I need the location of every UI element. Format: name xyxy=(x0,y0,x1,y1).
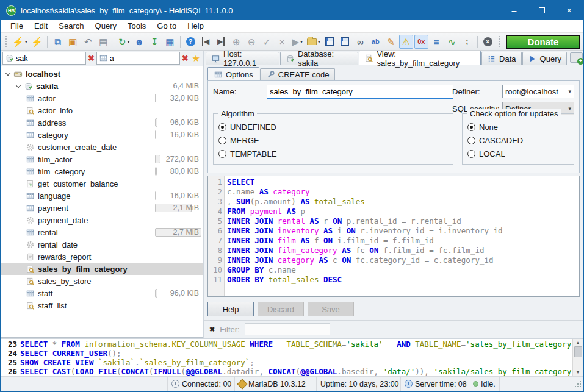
dropdown-arrow-icon[interactable]: ▾ xyxy=(318,39,320,45)
radio-circle-icon[interactable] xyxy=(467,150,475,158)
tree-item-customer_create_date[interactable]: customer_create_date xyxy=(1,141,203,153)
tree-item-localhost[interactable]: localhost xyxy=(1,68,203,80)
tree-item-actor_info[interactable]: actor_info xyxy=(1,104,203,116)
minimize-button[interactable]: – xyxy=(500,1,528,20)
tree-item-language[interactable]: language16,0 KiB xyxy=(1,190,203,202)
expand-chevron-icon[interactable] xyxy=(15,83,21,89)
database-filter[interactable] xyxy=(2,52,86,65)
paste-button[interactable]: ▣ xyxy=(66,35,80,49)
delete-record-button[interactable]: ⊖ xyxy=(245,35,259,49)
view-name-input[interactable] xyxy=(267,85,453,99)
insert-record-button[interactable]: ⊕ xyxy=(229,35,243,49)
copy-button[interactable]: ⧉ xyxy=(51,35,65,49)
tab-database-sakila[interactable]: Database: sakila xyxy=(280,52,358,65)
subtab-options[interactable]: Options xyxy=(207,67,259,81)
tree-item-rewards_report[interactable]: rewards_report xyxy=(1,251,203,263)
radio-circle-icon[interactable] xyxy=(218,150,226,158)
format-code-button[interactable]: ✎ xyxy=(384,35,398,49)
replace-text-button[interactable]: ab xyxy=(369,35,383,49)
tree-item-film_actor[interactable]: film_actor272,0 KiB xyxy=(1,153,203,165)
tab-data[interactable]: Data xyxy=(481,52,521,65)
table-filter-input[interactable] xyxy=(110,54,178,63)
tree-item-payment_date[interactable]: payment_date xyxy=(1,214,203,226)
menu-go-to[interactable]: Go to xyxy=(151,21,182,30)
save-sql-button[interactable] xyxy=(323,35,337,49)
stop-button[interactable]: × xyxy=(481,35,495,49)
subtab-create-code[interactable]: CREATE code xyxy=(260,68,336,80)
tab-query[interactable]: Query xyxy=(522,52,567,65)
user-manager-button[interactable]: ☻ xyxy=(132,35,146,49)
data-sync-button[interactable]: ▦ xyxy=(163,35,177,49)
execute-sql-button[interactable]: ▶▾ xyxy=(290,35,305,49)
radio-temptable[interactable]: TEMPTABLE xyxy=(218,147,448,160)
help-button[interactable]: Help xyxy=(207,302,254,316)
tree-item-payment[interactable]: payment2,1 MiB xyxy=(1,202,203,214)
radio-circle-icon[interactable] xyxy=(467,123,475,131)
tree-item-staff[interactable]: staff96,0 KiB xyxy=(1,287,203,299)
export-database-button[interactable]: ↧ xyxy=(148,35,162,49)
discard-button[interactable]: Discard xyxy=(258,302,304,316)
last-record-button[interactable]: ▶ xyxy=(214,35,228,49)
clear-database-filter-icon[interactable]: ✖ xyxy=(87,54,96,63)
maximize-button[interactable] xyxy=(528,1,555,20)
highlight-syntax-button[interactable]: ⚠ xyxy=(399,35,413,49)
print-button[interactable]: ▤ xyxy=(96,35,110,49)
semicolon-button[interactable]: ; xyxy=(460,35,474,49)
radio-undefined[interactable]: UNDEFINED xyxy=(218,120,448,134)
tab-view-sales-by-film-category[interactable]: View: sales_by_film_category xyxy=(359,51,481,65)
menu-tools[interactable]: Tools xyxy=(122,21,151,30)
scroll-down-icon[interactable]: ▼ xyxy=(575,369,580,375)
find-text-button[interactable]: ∞ xyxy=(353,35,367,49)
log-scrollbar[interactable]: ▲ ▼ xyxy=(572,339,583,376)
tree-item-sakila[interactable]: sakila6,4 MiB xyxy=(1,80,203,92)
close-button[interactable]: × xyxy=(555,1,583,20)
new-query-tab-button[interactable] xyxy=(570,52,583,63)
undo-button[interactable]: ↶ xyxy=(81,35,95,49)
tree-item-staff_list[interactable]: staff_list xyxy=(1,299,203,312)
tree-item-actor[interactable]: actor32,0 KiB xyxy=(1,92,203,104)
dropdown-arrow-icon[interactable]: ▾ xyxy=(25,39,27,45)
menu-query[interactable]: Query xyxy=(90,21,122,30)
donate-button[interactable]: Donate xyxy=(506,35,580,49)
favorites-star-icon[interactable]: ★ xyxy=(190,53,202,64)
menu-help[interactable]: Help xyxy=(182,21,209,30)
open-session-button[interactable]: ⚡▾ xyxy=(11,35,29,49)
tree-item-category[interactable]: category16,0 KiB xyxy=(1,129,203,141)
tree-item-film_category[interactable]: film_category80,0 KiB xyxy=(1,165,203,177)
tree-item-sales_by_store[interactable]: sales_by_store xyxy=(1,275,203,287)
expand-chevron-icon[interactable] xyxy=(5,71,11,77)
menu-search[interactable]: Search xyxy=(53,21,89,30)
menu-file[interactable]: File xyxy=(5,21,29,30)
radio-circle-icon[interactable] xyxy=(467,137,475,144)
discard-changes-button[interactable]: × xyxy=(275,35,289,49)
disconnect-button[interactable]: ⚡ xyxy=(30,35,44,49)
apply-changes-button[interactable]: ✓ xyxy=(260,35,274,49)
menu-edit[interactable]: Edit xyxy=(29,21,53,30)
scrollbar-thumb[interactable] xyxy=(574,346,582,357)
view-select-editor[interactable]: 1234567891011 SELECTc.name AS category, … xyxy=(207,176,580,297)
save-sql-as-button[interactable] xyxy=(338,35,352,49)
load-sql-file-button[interactable]: ▾ xyxy=(306,35,322,49)
resize-grip[interactable] xyxy=(574,380,582,388)
save-button[interactable]: Save xyxy=(308,302,354,316)
tab-host-127-0-0-1[interactable]: Host: 127.0.0.1 xyxy=(206,52,279,65)
database-filter-input[interactable] xyxy=(16,54,84,63)
radio-none[interactable]: None xyxy=(467,120,569,134)
hex-view-button[interactable]: 0x xyxy=(414,35,428,49)
tree-item-sales_by_film_category[interactable]: sales_by_film_category xyxy=(1,263,203,275)
radio-merge[interactable]: MERGE xyxy=(218,134,448,147)
tree-item-get_customer_balance[interactable]: get_customer_balance xyxy=(1,177,203,190)
filter-input[interactable] xyxy=(245,323,330,335)
close-filter-icon[interactable]: ✖ xyxy=(209,326,215,333)
dropdown-arrow-icon[interactable]: ▾ xyxy=(128,39,130,45)
dropdown-arrow-icon[interactable]: ▾ xyxy=(300,39,303,45)
first-record-button[interactable]: ◀ xyxy=(199,35,213,49)
editor-code[interactable]: SELECTc.name AS category, SUM(p.amount) … xyxy=(225,176,579,296)
radio-cascaded[interactable]: CASCADED xyxy=(467,134,569,147)
reformat-button[interactable]: ≡ xyxy=(430,35,444,49)
radio-local[interactable]: LOCAL xyxy=(467,147,569,160)
tree-item-address[interactable]: address96,0 KiB xyxy=(1,116,203,129)
table-filter[interactable] xyxy=(96,52,180,65)
radio-circle-icon[interactable] xyxy=(218,123,226,131)
clear-table-filter-icon[interactable]: ✖ xyxy=(181,54,190,63)
